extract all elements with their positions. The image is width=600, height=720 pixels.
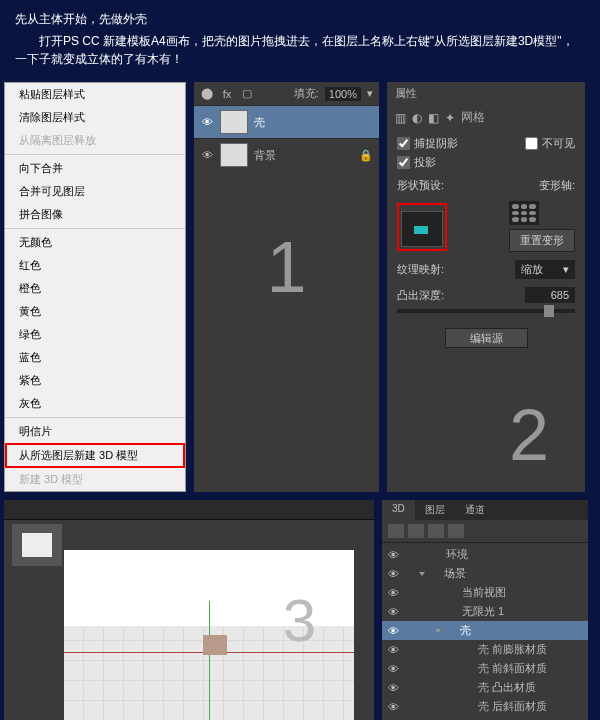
item-type-icon <box>446 588 458 598</box>
deform-axis-grid[interactable] <box>509 201 539 225</box>
viewport-toolbar <box>4 500 374 520</box>
3d-object[interactable] <box>203 635 227 655</box>
tab[interactable]: 通道 <box>455 500 495 520</box>
tree-item[interactable]: 👁壳 前斜面材质 <box>382 659 588 678</box>
mask-icon[interactable]: ▢ <box>240 87 254 101</box>
link-icon[interactable]: ⬤ <box>200 87 214 101</box>
menu-item[interactable]: 灰色 <box>5 392 185 415</box>
layer-thumb <box>220 143 248 167</box>
cap-tab-icon[interactable]: ◧ <box>428 111 439 125</box>
menu-item[interactable]: 粘贴图层样式 <box>5 83 185 106</box>
layers-panel: ⬤ fx ▢ 填充: 100% ▾ 👁壳👁背景🔒 1 <box>194 82 379 492</box>
capture-shadow-check[interactable]: 捕捉阴影 <box>397 136 458 151</box>
menu-item[interactable]: 红色 <box>5 254 185 277</box>
texture-mapping-label: 纹理映射: <box>397 262 444 277</box>
annotation-number-1: 1 <box>266 226 306 308</box>
tree-label: 无限光 1 <box>462 604 504 619</box>
eye-icon[interactable]: 👁 <box>386 701 400 713</box>
annotation-number-2: 2 <box>509 394 549 476</box>
menu-item[interactable]: 合并可见图层 <box>5 180 185 203</box>
twisty-icon[interactable] <box>419 572 425 576</box>
item-type-icon <box>462 664 474 674</box>
dropdown-icon[interactable]: ▾ <box>367 87 373 100</box>
tree-item[interactable]: 👁壳 后膨胀材质 <box>382 716 588 720</box>
3d-viewport[interactable]: 3 <box>4 500 374 720</box>
menu-item[interactable]: 无颜色 <box>5 231 185 254</box>
tree-label: 壳 后斜面材质 <box>478 699 547 714</box>
deform-tab-icon[interactable]: ◐ <box>412 111 422 125</box>
layer-item[interactable]: 👁壳 <box>194 105 379 138</box>
menu-item[interactable]: 新建 3D 模型 <box>5 468 185 491</box>
menu-item[interactable]: 清除图层样式 <box>5 106 185 129</box>
coords-tab-icon[interactable]: ✦ <box>445 111 455 125</box>
filter-light-icon[interactable] <box>448 524 464 538</box>
tree-item[interactable]: 👁环境 <box>382 545 588 564</box>
filter-material-icon[interactable] <box>428 524 444 538</box>
mesh-label: 网格 <box>461 109 485 126</box>
tree-label: 当前视图 <box>462 585 506 600</box>
item-type-icon <box>462 645 474 655</box>
eye-icon[interactable]: 👁 <box>200 116 214 128</box>
shape-preset-thumb[interactable] <box>401 211 443 247</box>
tab[interactable]: 图层 <box>415 500 455 520</box>
tree-item[interactable]: 👁壳 后斜面材质 <box>382 697 588 716</box>
layer-item[interactable]: 👁背景🔒 <box>194 138 379 171</box>
edit-source-button[interactable]: 编辑源 <box>445 328 528 348</box>
properties-panel: 属性 ▥ ◐ ◧ ✦ 网格 捕捉阴影 不可见 投影 形状预设: 变形轴: <box>387 82 585 492</box>
menu-item-new-3d[interactable]: 从所选图层新建 3D 模型 <box>5 443 185 468</box>
fill-value[interactable]: 100% <box>325 87 361 101</box>
y-axis <box>209 601 210 720</box>
menu-item[interactable]: 绿色 <box>5 323 185 346</box>
eye-icon[interactable]: 👁 <box>386 587 400 599</box>
menu-item[interactable]: 橙色 <box>5 277 185 300</box>
eye-icon[interactable]: 👁 <box>386 663 400 675</box>
deform-axis-label: 变形轴: <box>539 178 575 193</box>
item-type-icon <box>462 702 474 712</box>
menu-item[interactable]: 拼合图像 <box>5 203 185 226</box>
eye-icon[interactable]: 👁 <box>386 682 400 694</box>
eye-icon[interactable]: 👁 <box>386 606 400 618</box>
item-type-icon <box>462 683 474 693</box>
tree-item[interactable]: 👁场景 <box>382 564 588 583</box>
eye-icon[interactable]: 👁 <box>386 625 400 637</box>
item-type-icon <box>446 607 458 617</box>
reset-deform-button[interactable]: 重置变形 <box>509 229 575 252</box>
tree-label: 场景 <box>444 566 466 581</box>
tree-label: 环境 <box>446 547 468 562</box>
eye-icon[interactable]: 👁 <box>386 568 400 580</box>
layer-thumb <box>220 110 248 134</box>
cast-shadow-check[interactable]: 投影 <box>397 155 575 170</box>
shape-preset-label: 形状预设: <box>397 178 444 193</box>
menu-item[interactable]: 向下合并 <box>5 157 185 180</box>
viewport-navigator[interactable] <box>12 524 62 566</box>
layer-name: 壳 <box>254 115 265 130</box>
mesh-tab-icon[interactable]: ▥ <box>395 111 406 125</box>
filter-all-icon[interactable] <box>388 524 404 538</box>
lock-icon: 🔒 <box>359 149 373 162</box>
tree-item[interactable]: 👁壳 <box>382 621 588 640</box>
twisty-icon[interactable] <box>435 629 441 633</box>
3d-scene-panel: 3D图层通道 👁环境👁场景👁当前视图👁无限光 1👁壳👁壳 前膨胀材质👁壳 前斜面… <box>382 500 588 720</box>
layer-name: 背景 <box>254 148 276 163</box>
tree-item[interactable]: 👁当前视图 <box>382 583 588 602</box>
tree-item[interactable]: 👁壳 前膨胀材质 <box>382 640 588 659</box>
invisible-check[interactable]: 不可见 <box>525 136 575 151</box>
extrude-depth-slider[interactable] <box>397 309 575 313</box>
tree-item[interactable]: 👁无限光 1 <box>382 602 588 621</box>
tree-item[interactable]: 👁壳 凸出材质 <box>382 678 588 697</box>
menu-item[interactable]: 从隔离图层释放 <box>5 129 185 152</box>
menu-item[interactable]: 明信片 <box>5 420 185 443</box>
texture-mapping-select[interactable]: 缩放▾ <box>515 260 575 279</box>
eye-icon[interactable]: 👁 <box>200 149 214 161</box>
menu-item[interactable]: 紫色 <box>5 369 185 392</box>
menu-item[interactable]: 黄色 <box>5 300 185 323</box>
tab[interactable]: 3D <box>382 500 415 520</box>
menu-item[interactable]: 蓝色 <box>5 346 185 369</box>
extrude-depth-input[interactable] <box>525 287 575 303</box>
filter-mesh-icon[interactable] <box>408 524 424 538</box>
fx-icon[interactable]: fx <box>220 87 234 101</box>
filter-icons <box>382 520 588 543</box>
eye-icon[interactable]: 👁 <box>386 644 400 656</box>
eye-icon[interactable]: 👁 <box>386 549 400 561</box>
fill-label: 填充: <box>294 86 319 101</box>
